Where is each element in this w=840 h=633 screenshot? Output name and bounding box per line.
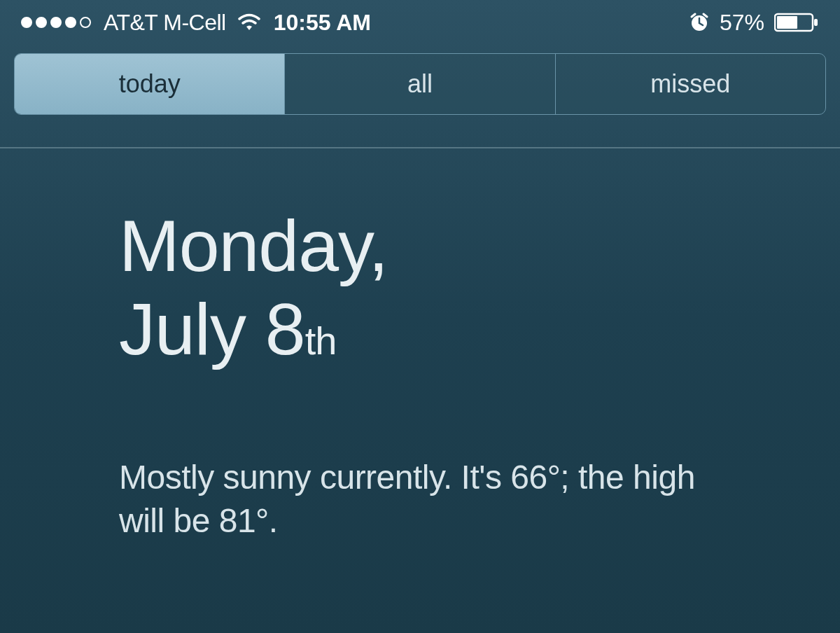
date-line2: July 8 — [119, 288, 305, 370]
date-line1: Monday, — [119, 205, 388, 286]
status-bar-right: 57% — [689, 10, 819, 36]
alarm-icon — [689, 12, 710, 33]
status-time: 10:55 AM — [274, 10, 371, 36]
carrier-label: AT&T M-Cell — [104, 10, 226, 36]
tab-all[interactable]: all — [285, 54, 555, 114]
date-suffix: th — [305, 319, 337, 363]
tab-today[interactable]: today — [15, 54, 285, 114]
status-bar-left: AT&T M-Cell 10:55 AM — [21, 10, 371, 36]
svg-rect-3 — [814, 19, 818, 26]
status-bar: AT&T M-Cell 10:55 AM 57% — [0, 0, 840, 42]
weather-summary: Mostly sunny currently. It's 66°; the hi… — [119, 456, 721, 543]
date-heading: Monday, July 8th — [119, 204, 721, 372]
svg-rect-2 — [777, 16, 797, 29]
wifi-icon — [237, 13, 261, 32]
signal-strength-icon — [21, 17, 91, 28]
battery-percent: 57% — [720, 10, 764, 36]
notification-tabs: today all missed — [14, 53, 826, 115]
today-content: Monday, July 8th Mostly sunny currently.… — [0, 148, 840, 543]
tab-missed[interactable]: missed — [556, 54, 825, 114]
battery-icon — [774, 13, 819, 32]
